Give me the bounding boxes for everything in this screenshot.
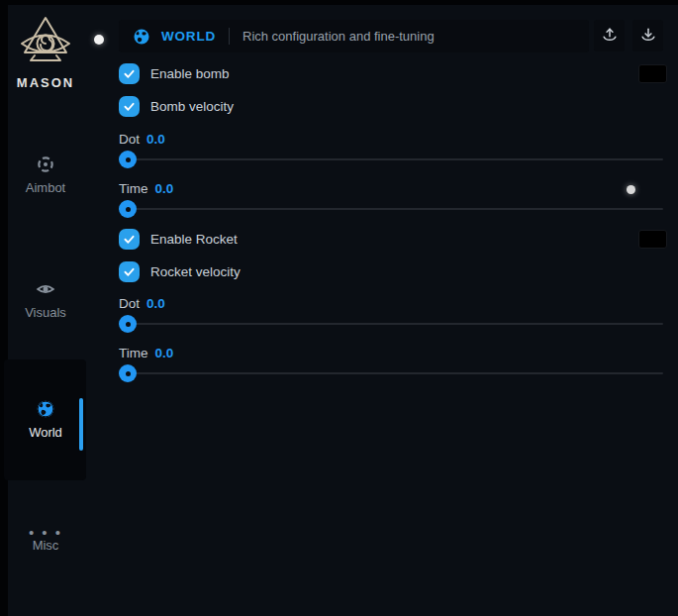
brand-logo: MASON (0, 14, 91, 90)
globe-icon (133, 28, 150, 46)
slider-value: 0.0 (155, 181, 174, 196)
slider-thumb[interactable] (119, 151, 137, 168)
check-icon (123, 100, 136, 113)
checkbox-label: Rocket velocity (150, 264, 241, 279)
slider-value: 0.0 (146, 296, 165, 311)
checkbox-label: Enable bomb (150, 66, 230, 81)
slider-thumb[interactable] (119, 200, 137, 218)
enable-rocket-row: Enable Rocket (119, 229, 238, 250)
rocket-dot-label: Dot0.0 (119, 296, 165, 311)
sidebar-item-aimbot[interactable]: Aimbot (4, 154, 87, 195)
bomb-color-swatch[interactable] (638, 64, 667, 83)
bomb-dot-slider[interactable] (119, 151, 663, 168)
sidebar-item-world[interactable]: World (4, 399, 87, 440)
ellipsis-icon: • • • (4, 528, 87, 538)
checkbox-label: Bomb velocity (150, 99, 234, 114)
sidebar: MASON Aimbot Visuals (0, 0, 99, 611)
slider-name: Time (119, 346, 148, 360)
enable-bomb-checkbox[interactable] (119, 63, 140, 84)
slider-name: Dot (119, 296, 140, 311)
bomb-velocity-checkbox[interactable] (119, 96, 140, 117)
rocket-velocity-row: Rocket velocity (119, 261, 241, 282)
rocket-time-slider[interactable] (119, 364, 663, 382)
globe-icon (36, 399, 55, 419)
slider-name: Dot (119, 132, 140, 147)
bomb-velocity-row: Bomb velocity (119, 96, 234, 117)
page-header: WORLD Rich configuration and fine-tuning (119, 20, 589, 52)
eye-icon (36, 279, 55, 299)
enable-bomb-row: Enable bomb (119, 63, 230, 84)
rocket-time-label: Time0.0 (119, 346, 173, 360)
cursor-dot (627, 185, 635, 194)
check-icon (123, 265, 136, 278)
crosshair-icon (36, 154, 55, 174)
check-icon (123, 233, 136, 246)
cursor-dot (94, 35, 104, 45)
sidebar-item-misc[interactable]: • • • Misc (4, 528, 87, 553)
mason-eye-logo-icon (18, 14, 73, 67)
checkbox-label: Enable Rocket (150, 232, 238, 247)
slider-track[interactable] (119, 323, 663, 325)
slider-thumb[interactable] (119, 315, 137, 333)
slider-track[interactable] (119, 372, 663, 374)
upload-config-button[interactable] (594, 20, 625, 51)
main-panel (8, 5, 678, 616)
app-window: MASON Aimbot Visuals (0, 0, 678, 616)
rocket-dot-slider[interactable] (119, 315, 663, 333)
slider-value: 0.0 (146, 132, 165, 147)
download-icon (638, 26, 658, 46)
header-divider (229, 28, 230, 45)
slider-thumb[interactable] (119, 364, 137, 382)
sidebar-item-label: World (29, 425, 62, 440)
rocket-color-swatch[interactable] (638, 230, 667, 249)
sidebar-item-label: Aimbot (26, 180, 65, 195)
bomb-time-slider[interactable] (119, 200, 663, 218)
brand-name: MASON (0, 75, 91, 90)
sidebar-item-label: Misc (33, 538, 59, 553)
bomb-dot-label: Dot0.0 (119, 132, 165, 147)
page-title: WORLD (161, 29, 216, 44)
rocket-velocity-checkbox[interactable] (119, 261, 140, 282)
upload-icon (600, 26, 620, 46)
slider-track[interactable] (119, 158, 663, 160)
check-icon (123, 67, 136, 80)
bomb-time-label: Time0.0 (119, 181, 173, 196)
download-config-button[interactable] (632, 20, 663, 51)
sidebar-item-label: Visuals (25, 305, 66, 320)
page-subtitle: Rich configuration and fine-tuning (242, 29, 435, 44)
sidebar-item-visuals[interactable]: Visuals (4, 279, 87, 320)
slider-track[interactable] (119, 208, 663, 210)
slider-value: 0.0 (155, 346, 174, 360)
enable-rocket-checkbox[interactable] (119, 229, 140, 250)
slider-name: Time (119, 181, 148, 196)
